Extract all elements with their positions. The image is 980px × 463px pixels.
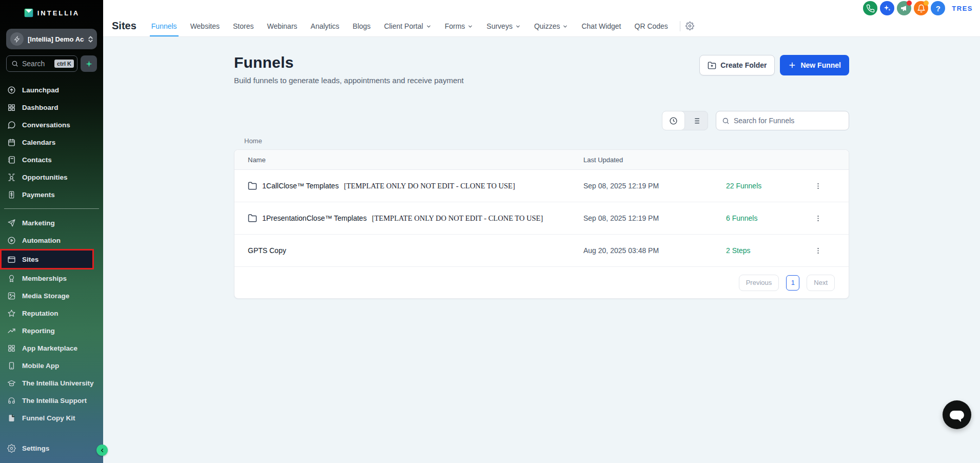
support-icon — [7, 396, 16, 405]
list-view-button[interactable] — [684, 111, 708, 130]
tab-webinars[interactable]: Webinars — [260, 15, 304, 36]
media-storage-icon — [7, 292, 16, 300]
chat-widget-button[interactable] — [943, 400, 971, 429]
brand-logo-text: INTELLIA — [37, 9, 80, 17]
memberships-icon — [7, 274, 16, 283]
folder-icon — [248, 214, 257, 223]
tab-label: QR Codes — [635, 22, 668, 30]
sidebar-item-calendars[interactable]: Calendars — [0, 133, 103, 151]
sidebar-item-memberships[interactable]: Memberships — [0, 269, 103, 287]
help-icon: ? — [936, 4, 940, 13]
tab-websites[interactable]: Websites — [184, 15, 226, 36]
table-row[interactable]: 1CallClose™ Templates[TEMPLATE ONLY DO N… — [234, 170, 849, 202]
sidebar-item-app-marketplace[interactable]: App Marketplace — [0, 339, 103, 357]
tab-label: Funnels — [151, 22, 177, 30]
row-menu-kebab-icon[interactable] — [812, 180, 824, 192]
sidebar-item-marketing[interactable]: Marketing — [0, 214, 103, 232]
previous-page-button[interactable]: Previous — [739, 275, 779, 291]
sidebar-item-settings[interactable]: Settings — [0, 439, 103, 457]
sidebar-item-opportunities[interactable]: Opportunities — [0, 168, 103, 186]
help-button[interactable]: ? — [931, 1, 945, 15]
sidebar: INTELLIA [Intellia] Demo Acco... Search … — [0, 0, 103, 463]
funnels-search-placeholder: Search for Funnels — [734, 117, 794, 125]
tab-analytics[interactable]: Analytics — [304, 15, 346, 36]
page-number-button[interactable]: 1 — [786, 275, 799, 291]
dashboard-icon — [7, 103, 16, 112]
new-funnel-button[interactable]: New Funnel — [780, 55, 849, 75]
folder-icon — [248, 181, 257, 190]
sidebar-item-automation[interactable]: Automation — [0, 232, 103, 249]
tab-forms[interactable]: Forms — [438, 15, 480, 36]
tab-qr-codes[interactable]: QR Codes — [628, 15, 675, 36]
sidebar-search-input[interactable]: Search ctrl K — [6, 55, 77, 72]
launchpad-icon — [7, 86, 16, 94]
sites-settings-gear-icon[interactable] — [685, 22, 694, 30]
sidebar-item-label: Conversations — [22, 121, 70, 129]
tab-label: Quizzes — [534, 22, 560, 30]
row-menu-kebab-icon[interactable] — [812, 245, 824, 257]
funnel-name[interactable]: 1PresentationClose™ Templates — [262, 214, 367, 222]
tab-quizzes[interactable]: Quizzes — [527, 15, 575, 36]
sidebar-item-media-storage[interactable]: Media Storage — [0, 287, 103, 304]
last-updated: Sep 08, 2025 12:19 PM — [583, 182, 726, 190]
table-row[interactable]: GPTS CopyAug 20, 2025 03:48 PM2 Steps — [234, 235, 849, 267]
sidebar-item-sites[interactable]: Sites — [0, 249, 94, 269]
sidebar-item-reputation[interactable]: Reputation — [0, 304, 103, 322]
sidebar-item-dashboard[interactable]: Dashboard — [0, 99, 103, 116]
phone-button[interactable] — [863, 1, 877, 15]
sidebar-item-label: Calendars — [22, 139, 55, 146]
ai-spark-button[interactable] — [81, 55, 97, 72]
funnel-name[interactable]: GPTS Copy — [248, 246, 286, 255]
sidebar-item-conversations[interactable]: Conversations — [0, 116, 103, 133]
tab-stores[interactable]: Stores — [226, 15, 260, 36]
sidebar-item-label: Automation — [22, 237, 61, 244]
sidebar-collapse-button[interactable] — [96, 445, 108, 456]
tab-label: Chat Widget — [581, 22, 621, 30]
tab-funnels[interactable]: Funnels — [145, 15, 184, 36]
create-folder-button[interactable]: Create Folder — [699, 55, 775, 75]
sidebar-item-the-intellia-support[interactable]: The Intellia Support — [0, 392, 103, 409]
funnel-name[interactable]: 1CallClose™ Templates — [262, 182, 339, 190]
folder-plus-icon — [708, 61, 716, 70]
plus-icon — [788, 61, 796, 69]
sites-tab-bar: Sites FunnelsWebsitesStoresWebinarsAnaly… — [103, 15, 980, 36]
notification-dot — [907, 1, 912, 6]
tab-blogs[interactable]: Blogs — [346, 15, 377, 36]
brand-logo: INTELLIA — [6, 5, 97, 21]
breadcrumb[interactable]: Home — [234, 137, 849, 145]
funnels-table: Name Last Updated 1CallClose™ Templates[… — [234, 149, 849, 299]
sidebar-item-the-intellia-university[interactable]: The Intellia University — [0, 374, 103, 392]
bell-button[interactable] — [914, 1, 928, 15]
chevron-left-icon — [100, 448, 105, 453]
tab-chat-widget[interactable]: Chat Widget — [575, 15, 628, 36]
funnels-search-input[interactable]: Search for Funnels — [716, 111, 849, 130]
megaphone-button[interactable] — [897, 1, 911, 15]
account-switcher[interactable]: [Intellia] Demo Acco... — [6, 29, 97, 49]
tab-surveys[interactable]: Surveys — [480, 15, 527, 36]
row-menu-kebab-icon[interactable] — [812, 213, 824, 224]
sidebar-item-label: Payments — [22, 191, 55, 199]
sidebar-item-label: Dashboard — [22, 104, 58, 111]
sidebar-item-contacts[interactable]: Contacts — [0, 151, 103, 168]
file-icon — [7, 414, 16, 422]
recent-view-button[interactable] — [662, 111, 685, 130]
item-count-link[interactable]: 2 Steps — [726, 246, 808, 255]
next-page-button[interactable]: Next — [807, 275, 835, 291]
tab-client-portal[interactable]: Client Portal — [377, 15, 438, 36]
sidebar-item-payments[interactable]: Payments — [0, 186, 103, 203]
item-count-link[interactable]: 6 Funnels — [726, 214, 808, 222]
item-count-link[interactable]: 22 Funnels — [726, 182, 808, 190]
sidebar-item-funnel-copy-kit[interactable]: Funnel Copy Kit — [0, 409, 103, 427]
sidebar-item-mobile-app[interactable]: Mobile App — [0, 357, 103, 374]
sidebar-item-label: Mobile App — [22, 362, 59, 370]
section-title: Sites — [112, 20, 136, 32]
sidebar-item-label: The Intellia University — [22, 379, 94, 387]
sites-icon — [7, 255, 16, 264]
view-toggle-group — [662, 111, 708, 130]
tab-label: Websites — [190, 22, 220, 30]
sidebar-item-launchpad[interactable]: Launchpad — [0, 81, 103, 99]
ai-sparkles-button[interactable] — [880, 1, 894, 15]
tab-label: Analytics — [310, 22, 339, 30]
table-row[interactable]: 1PresentationClose™ Templates[TEMPLATE O… — [234, 202, 849, 235]
sidebar-item-reporting[interactable]: Reporting — [0, 322, 103, 339]
